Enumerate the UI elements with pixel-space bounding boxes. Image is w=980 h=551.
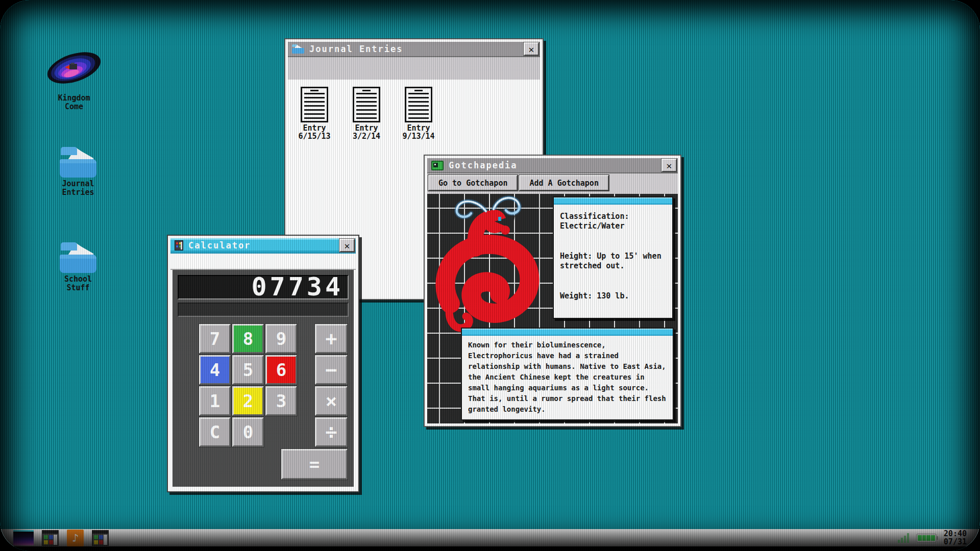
key-7[interactable]: 7 bbox=[199, 324, 231, 354]
creature-description-panel: Known for their bioluminescence, Electro… bbox=[461, 328, 674, 420]
desktop-icon-label: Journal Entries bbox=[45, 180, 111, 197]
key-2[interactable]: 2 bbox=[232, 386, 264, 416]
calculator-keypad: 7 8 9 4 5 6 1 2 3 C 0 + − bbox=[177, 322, 350, 482]
key-3[interactable]: 3 bbox=[265, 386, 297, 416]
gotchapedia-title-bar[interactable]: Gotchapedia ✕ bbox=[427, 158, 678, 173]
desktop-icon-journal-entries[interactable]: Journal Entries bbox=[45, 147, 111, 197]
classification-value: Electric/Water bbox=[560, 221, 666, 231]
entry-label: Entry 9/13/14 bbox=[396, 124, 441, 140]
window-calculator: Calculator ✕ 07734 7 8 9 4 5 6 1 2 bbox=[167, 235, 359, 492]
program-window-icon-2[interactable] bbox=[92, 530, 109, 546]
gotchapedia-toolbar: Go to Gotchapon Add A Gotchapon bbox=[427, 173, 678, 194]
taskbar-clock: 20:40 07/31 bbox=[944, 530, 967, 546]
entry-label: Entry 3/2/14 bbox=[344, 124, 389, 140]
screen-bezel-bottom bbox=[0, 546, 980, 551]
creature-description-text: Known for their bioluminescence, Electro… bbox=[462, 336, 673, 419]
key-divide[interactable]: ÷ bbox=[315, 417, 348, 447]
creature-info-panel: Classification: Electric/Water Height: U… bbox=[553, 196, 673, 319]
key-multiply[interactable]: × bbox=[315, 386, 348, 416]
desktop-icon-school-stuff[interactable]: School Stuff bbox=[45, 242, 111, 292]
key-clear[interactable]: C bbox=[199, 417, 231, 447]
desktop-icon-label: Kingdom Come bbox=[41, 94, 107, 111]
entry-label: Entry 6/15/13 bbox=[292, 124, 337, 140]
close-icon[interactable]: ✕ bbox=[339, 239, 355, 252]
program-window-icon[interactable] bbox=[42, 530, 59, 546]
classification-label: Classification: bbox=[560, 212, 666, 221]
key-1[interactable]: 1 bbox=[199, 386, 231, 416]
window-title: Journal Entries bbox=[309, 44, 524, 54]
desktop-icon-label: School Stuff bbox=[45, 275, 111, 292]
desktop-icon-kingdom-come[interactable]: Kingdom Come bbox=[41, 46, 107, 111]
journal-toolbar-band bbox=[288, 57, 540, 80]
signal-strength-icon bbox=[898, 533, 909, 543]
add-a-gotchapon-button[interactable]: Add A Gotchapon bbox=[519, 175, 608, 191]
folder-icon bbox=[60, 147, 96, 178]
panel-header-bar bbox=[462, 329, 673, 336]
document-icon bbox=[301, 87, 328, 122]
key-8[interactable]: 8 bbox=[232, 324, 264, 354]
weight-stat: Weight: 130 lb. bbox=[560, 291, 666, 301]
close-icon[interactable]: ✕ bbox=[662, 159, 677, 172]
gotchapedia-content: Classification: Electric/Water Height: U… bbox=[427, 194, 678, 423]
calculator-secondary-display bbox=[178, 303, 349, 317]
taskbar: ♪ 20:40 07/31 bbox=[0, 529, 980, 546]
calculator-display: 07734 bbox=[178, 275, 349, 299]
close-icon[interactable]: ✕ bbox=[524, 42, 539, 56]
journal-title-bar[interactable]: Journal Entries ✕ bbox=[288, 42, 540, 57]
document-icon bbox=[405, 87, 432, 122]
kingdom-come-window-icon[interactable] bbox=[13, 530, 34, 545]
crt-screen: Kingdom Come Journal Entries School Stuf… bbox=[0, 0, 980, 551]
key-4[interactable]: 4 bbox=[199, 355, 231, 385]
key-0[interactable]: 0 bbox=[232, 417, 264, 447]
clock-time: 20:40 bbox=[944, 530, 967, 538]
calculator-gap bbox=[170, 254, 356, 270]
key-add[interactable]: + bbox=[315, 324, 348, 354]
window-gotchapedia: Gotchapedia ✕ Go to Gotchapon Add A Gotc… bbox=[424, 155, 681, 427]
calculator-body: 07734 7 8 9 4 5 6 1 2 3 C 0 bbox=[173, 270, 354, 487]
calculator-icon bbox=[175, 240, 183, 251]
document-icon bbox=[353, 87, 380, 122]
key-9[interactable]: 9 bbox=[265, 324, 297, 354]
height-stat: Height: Up to 15' when stretched out. bbox=[560, 252, 666, 271]
classification-stat: Classification: Electric/Water bbox=[560, 212, 666, 231]
battery-icon bbox=[916, 534, 937, 542]
galaxy-icon bbox=[42, 46, 106, 90]
key-6[interactable]: 6 bbox=[265, 355, 297, 385]
panel-header-bar bbox=[554, 197, 672, 205]
clock-date: 07/31 bbox=[944, 538, 967, 546]
music-player-icon[interactable]: ♪ bbox=[67, 530, 84, 546]
desktop: Kingdom Come Journal Entries School Stuf… bbox=[0, 0, 980, 551]
go-to-gotchapon-button[interactable]: Go to Gotchapon bbox=[428, 175, 518, 191]
gotchapedia-icon bbox=[431, 161, 444, 170]
key-5[interactable]: 5 bbox=[232, 355, 264, 385]
folder-icon bbox=[60, 242, 96, 273]
folder-icon bbox=[292, 44, 304, 54]
window-title: Calculator bbox=[188, 240, 339, 251]
key-equals[interactable]: = bbox=[281, 449, 348, 480]
window-title: Gotchapedia bbox=[449, 160, 662, 170]
calculator-title-bar[interactable]: Calculator ✕ bbox=[170, 238, 356, 254]
key-subtract[interactable]: − bbox=[315, 355, 348, 385]
